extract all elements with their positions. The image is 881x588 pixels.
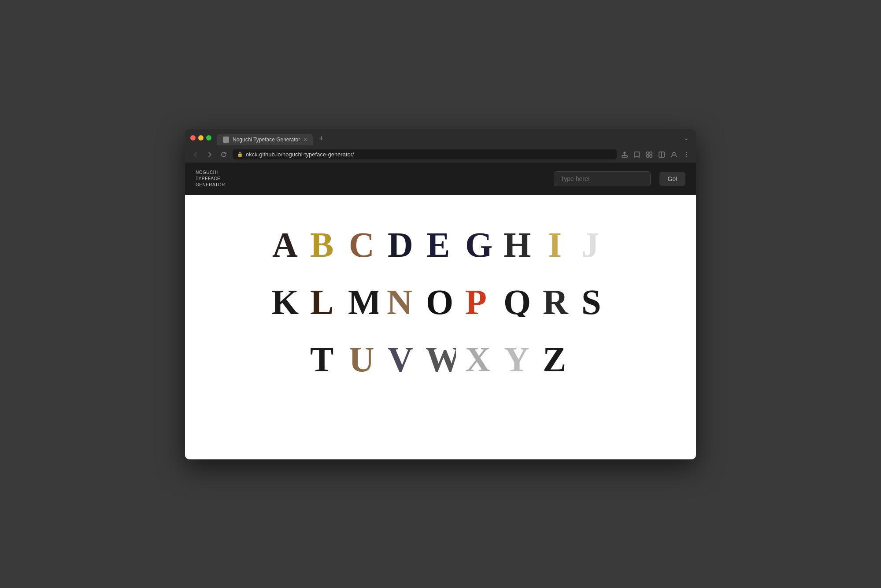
letter-W-block: W: [423, 336, 458, 376]
svg-rect-3: [647, 155, 649, 157]
browser-tab-active[interactable]: Noguchi Typeface Generator ×: [217, 134, 313, 145]
profile-icon[interactable]: [670, 150, 678, 159]
svg-text:M: M: [348, 283, 378, 317]
split-view-icon[interactable]: [657, 150, 666, 159]
letter-G: H: [500, 222, 536, 261]
forward-button[interactable]: [204, 149, 215, 160]
letter-I: J: [578, 222, 613, 261]
letter-V-block: V: [384, 336, 419, 376]
svg-text:R: R: [543, 283, 569, 317]
app-main: A B C D: [185, 195, 696, 459]
letter-E: E: [423, 222, 458, 261]
svg-rect-4: [650, 155, 652, 157]
lock-icon: 🔒: [237, 152, 243, 157]
svg-text:I: I: [548, 226, 562, 260]
letter-Y-block: Y: [500, 336, 536, 376]
svg-text:T: T: [310, 340, 333, 374]
app-logo: NOGUCHI TYPEFACE GENERATOR: [196, 170, 225, 188]
svg-text:C: C: [349, 226, 374, 260]
letter-D: D: [384, 222, 419, 261]
traffic-light-minimize[interactable]: [198, 135, 204, 141]
svg-text:L: L: [310, 283, 333, 317]
tab-favicon: [223, 137, 229, 143]
svg-text:N: N: [387, 283, 412, 317]
letter-K-block: K: [268, 279, 303, 318]
svg-text:V: V: [388, 340, 413, 374]
svg-text:P: P: [465, 283, 487, 317]
svg-text:D: D: [388, 226, 413, 260]
refresh-button[interactable]: [218, 149, 229, 160]
svg-text:U: U: [349, 340, 374, 374]
svg-rect-0: [622, 155, 627, 157]
address-bar-row: 🔒 okck.github.io/noguchi-typeface-genera…: [185, 147, 696, 163]
svg-text:X: X: [465, 340, 491, 374]
svg-rect-2: [650, 152, 652, 154]
back-button[interactable]: [190, 149, 201, 160]
svg-text:O: O: [426, 283, 453, 317]
letter-N-block: N: [384, 279, 419, 318]
window-control[interactable]: ⌄: [682, 133, 691, 142]
go-button[interactable]: Go!: [659, 172, 685, 186]
url-text: okck.github.io/noguchi-typeface-generato…: [246, 151, 354, 158]
app-header: NOGUCHI TYPEFACE GENERATOR Go!: [185, 163, 696, 195]
new-tab-button[interactable]: +: [315, 133, 327, 145]
traffic-light-maximize[interactable]: [206, 135, 211, 141]
toolbar-icons: [620, 150, 691, 159]
svg-rect-1: [647, 152, 649, 154]
text-input[interactable]: [554, 171, 651, 186]
alphabet-row-2: K L M N: [268, 279, 613, 318]
letter-U-block: U: [345, 336, 381, 376]
svg-text:H: H: [503, 226, 531, 260]
letter-A: A: [268, 222, 303, 261]
svg-text:Q: Q: [503, 283, 531, 317]
tab-controls: ⌄: [682, 133, 691, 146]
bookmark-icon[interactable]: [633, 150, 641, 159]
letter-C: C: [345, 222, 381, 261]
letter-H: I: [539, 222, 574, 261]
letter-B: B: [307, 222, 342, 261]
alphabet-row-1: A B C D: [268, 222, 613, 261]
tab-close-button[interactable]: ×: [304, 137, 307, 143]
traffic-light-close[interactable]: [190, 135, 196, 141]
letter-Q-block: Q: [500, 279, 536, 318]
letter-M-block: M: [345, 279, 381, 318]
svg-text:E: E: [426, 226, 450, 260]
tab-bar: Noguchi Typeface Generator × + ⌄: [185, 129, 696, 147]
letter-S-block: S: [578, 279, 613, 318]
browser-window: Noguchi Typeface Generator × + ⌄ 🔒 ok: [185, 129, 696, 459]
letter-R-block: R: [539, 279, 574, 318]
share-icon[interactable]: [620, 150, 629, 159]
svg-text:J: J: [581, 226, 599, 260]
svg-text:W: W: [426, 340, 456, 374]
svg-point-10: [686, 156, 687, 157]
browser-chrome: Noguchi Typeface Generator × + ⌄ 🔒 ok: [185, 129, 696, 163]
svg-point-7: [673, 152, 675, 155]
svg-point-9: [686, 154, 687, 155]
svg-text:S: S: [581, 283, 601, 317]
traffic-lights: [190, 135, 211, 144]
alphabet-row-3: T U V W: [307, 336, 574, 376]
tab-title: Noguchi Typeface Generator: [233, 137, 300, 143]
letter-L-block: L: [307, 279, 342, 318]
letter-Z-block: Z: [539, 336, 574, 376]
letter-T-block: T: [307, 336, 342, 376]
svg-text:A: A: [272, 226, 298, 260]
letter-F: G: [462, 222, 497, 261]
svg-text:K: K: [271, 283, 299, 317]
svg-point-8: [686, 152, 687, 152]
extensions-icon[interactable]: [645, 150, 654, 159]
app-wrapper: NOGUCHI TYPEFACE GENERATOR Go! A: [185, 163, 696, 459]
menu-icon[interactable]: [682, 150, 691, 159]
letter-P-block: P: [462, 279, 497, 318]
letter-X-block: X: [462, 336, 497, 376]
svg-text:B: B: [310, 226, 333, 260]
svg-text:G: G: [465, 226, 492, 260]
address-bar[interactable]: 🔒 okck.github.io/noguchi-typeface-genera…: [233, 149, 617, 159]
svg-text:Y: Y: [504, 340, 529, 374]
svg-text:Z: Z: [543, 340, 566, 374]
letter-O-block: O: [423, 279, 458, 318]
